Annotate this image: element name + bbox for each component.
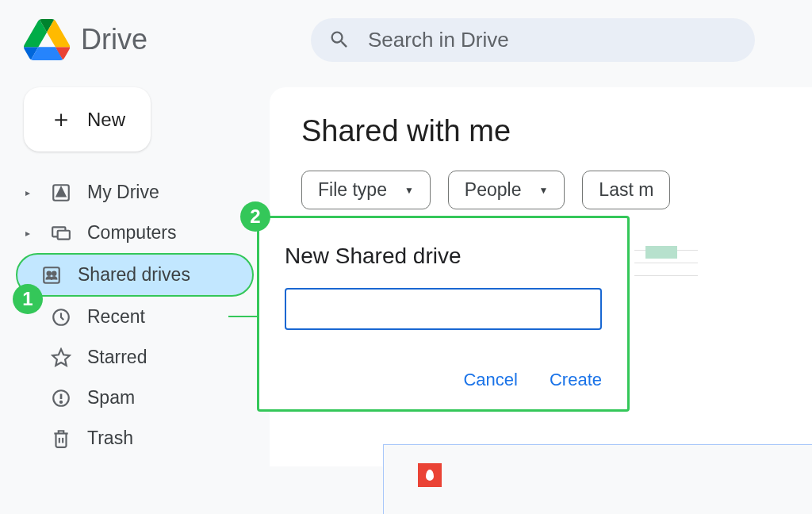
annotation-badge-1: 1 (13, 284, 43, 314)
chip-label: Last m (599, 179, 653, 201)
page-title: Shared with me (301, 114, 780, 148)
dialog-title: New Shared drive (285, 244, 602, 269)
location-marker-icon (418, 463, 442, 487)
plus-icon: ＋ (49, 103, 73, 136)
search-icon (328, 29, 350, 51)
shared-drive-name-input[interactable] (285, 288, 602, 330)
annotation-connector (228, 316, 260, 317)
logo-text: Drive (81, 23, 147, 56)
svg-rect-2 (58, 230, 70, 239)
sidebar: ＋ New ▸ My Drive ▸ Computers (0, 79, 270, 466)
cancel-button[interactable]: Cancel (463, 370, 517, 390)
annotation-badge-2: 2 (240, 201, 270, 232)
sidebar-item-label: Recent (87, 306, 145, 328)
chevron-down-icon: ▼ (404, 185, 414, 196)
filter-chips: File type ▼ People ▼ Last m (301, 171, 780, 209)
svg-rect-3 (44, 267, 59, 283)
sidebar-item-label: Spam (87, 387, 135, 409)
svg-point-4 (48, 271, 51, 274)
new-button-label: New (87, 109, 125, 131)
search-bar[interactable] (311, 18, 755, 62)
sidebar-item-trash[interactable]: Trash (16, 418, 254, 458)
sidebar-item-label: Starred (87, 347, 147, 368)
my-drive-icon (51, 182, 71, 203)
filter-file-type[interactable]: File type ▼ (301, 171, 431, 209)
filter-people[interactable]: People ▼ (448, 171, 565, 209)
dialog-actions: Cancel Create (285, 370, 602, 390)
sidebar-item-recent[interactable]: Recent (16, 297, 254, 337)
svg-point-8 (60, 401, 62, 402)
nav-list: ▸ My Drive ▸ Computers Shared drives (16, 172, 254, 458)
drive-logo-area[interactable]: Drive (24, 19, 147, 60)
sidebar-item-computers[interactable]: ▸ Computers (16, 213, 254, 253)
sidebar-item-label: Computers (87, 222, 176, 244)
sidebar-item-starred[interactable]: Starred (16, 337, 254, 378)
chip-label: File type (318, 179, 387, 201)
expand-icon: ▸ (25, 187, 35, 198)
chevron-down-icon: ▼ (538, 185, 548, 196)
spam-icon (51, 388, 71, 409)
expand-icon: ▸ (25, 228, 35, 239)
trash-icon (51, 428, 71, 449)
sidebar-item-spam[interactable]: Spam (16, 378, 254, 418)
sidebar-item-label: Trash (87, 428, 133, 449)
shared-drives-icon (41, 265, 62, 286)
svg-point-5 (52, 271, 56, 274)
sidebar-item-label: My Drive (87, 182, 159, 203)
computers-icon (51, 223, 71, 244)
star-icon (51, 347, 71, 368)
new-button[interactable]: ＋ New (24, 87, 151, 152)
create-button[interactable]: Create (550, 370, 602, 390)
sidebar-item-label: Shared drives (78, 264, 190, 286)
sidebar-item-my-drive[interactable]: ▸ My Drive (16, 172, 254, 213)
background-box (383, 444, 812, 514)
sidebar-item-shared-drives[interactable]: Shared drives (16, 253, 254, 297)
new-shared-drive-dialog: New Shared drive Cancel Create (257, 216, 630, 412)
drive-logo-icon (24, 19, 70, 60)
filter-last-modified[interactable]: Last m (582, 171, 670, 209)
background-cell (645, 246, 677, 259)
clock-icon (51, 307, 71, 328)
search-input[interactable] (368, 28, 737, 52)
chip-label: People (465, 179, 522, 201)
